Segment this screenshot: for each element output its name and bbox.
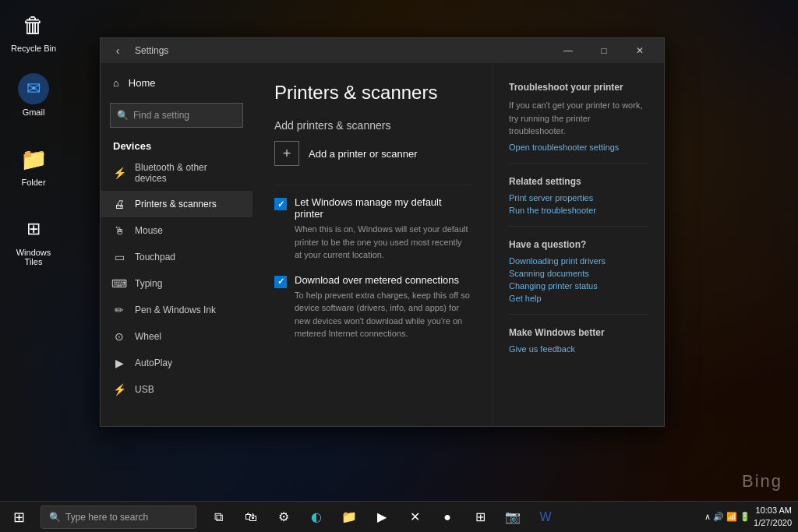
sidebar-item-bluetooth[interactable]: ⚡ Bluetooth & other devices <box>101 155 252 191</box>
word-icon[interactable]: W <box>530 502 561 533</box>
edge-icon[interactable]: ◐ <box>301 502 332 533</box>
checkbox-1-label: Let Windows manage my default printer <box>295 196 471 220</box>
checkbox-default-printer[interactable]: ✓ <box>274 198 287 210</box>
file-explorer-icon[interactable]: 📁 <box>334 502 365 533</box>
taskbar-right: ∧ 🔊 📶 🔋 10:03 AM 1/27/2020 <box>704 505 798 529</box>
wheel-icon: ⊙ <box>113 330 125 343</box>
taskbar-search-text: Type here to search <box>65 512 148 523</box>
sidebar-item-mouse[interactable]: 🖱 Mouse <box>101 217 252 244</box>
changing-printer-status-link[interactable]: Changing printer status <box>509 281 648 291</box>
sidebar-bluetooth-label: Bluetooth & other devices <box>135 162 240 184</box>
taskbar-system-icons: ∧ 🔊 📶 🔋 <box>704 512 750 522</box>
sidebar-item-touchpad[interactable]: ▭ Touchpad <box>101 244 252 270</box>
recycle-bin-icon: 🗑 <box>18 9 49 41</box>
clock-time: 10:03 AM <box>754 505 792 516</box>
sidebar-item-pen[interactable]: ✏ Pen & Windows Ink <box>101 297 252 323</box>
window-controls: — □ ✕ <box>550 38 658 63</box>
settings-window: ‹ Settings — □ ✕ ⌂ Home 🔍 Find a setting <box>100 37 665 427</box>
close-button[interactable]: ✕ <box>622 38 658 63</box>
clock-date: 1/27/2020 <box>754 517 792 529</box>
settings-icon[interactable]: ⚙ <box>268 502 299 533</box>
sidebar-item-wheel[interactable]: ⊙ Wheel <box>101 323 252 350</box>
gmail-label: Gmail <box>23 107 45 117</box>
window-content: ⌂ Home 🔍 Find a setting Devices ⚡ Blueto… <box>101 63 664 426</box>
taskbar-icons: ⧉ 🛍 ⚙ ◐ 📁 ▶ ✕ ● ⊞ 📷 W <box>203 502 561 533</box>
checkbox-2-label: Download over metered connections <box>295 274 471 286</box>
downloading-drivers-link[interactable]: Downloading print drivers <box>509 256 648 266</box>
sidebar-item-autoplay[interactable]: ▶ AutoPlay <box>101 350 252 376</box>
taskbar: ⊞ 🔍 Type here to search ⧉ 🛍 ⚙ ◐ 📁 ▶ ✕ ● … <box>0 501 798 532</box>
related-settings-title: Related settings <box>509 176 648 187</box>
have-question-title: Have a question? <box>509 239 648 250</box>
checkbox-item-1: ✓ Let Windows manage my default printer … <box>274 196 471 262</box>
autoplay-icon: ▶ <box>113 357 125 369</box>
typing-icon: ⌨ <box>113 277 125 290</box>
maximize-button[interactable]: □ <box>586 38 622 63</box>
add-printer-button[interactable]: + Add a printer or scanner <box>274 141 471 166</box>
terminal-icon[interactable]: ▶ <box>366 502 397 533</box>
search-icon: 🔍 <box>117 110 129 121</box>
get-help-link[interactable]: Get help <box>509 294 648 303</box>
start-button[interactable]: ⊞ <box>0 502 37 533</box>
spotify-icon[interactable]: ● <box>432 502 463 533</box>
taskbar-clock: 10:03 AM 1/27/2020 <box>754 505 792 529</box>
recycle-bin-label: Recycle Bin <box>11 44 56 53</box>
minimize-button[interactable]: — <box>550 38 586 63</box>
give-feedback-link[interactable]: Give us feedback <box>509 344 648 354</box>
sidebar-item-usb[interactable]: ⚡ USB <box>101 376 252 403</box>
printer-icon: 🖨 <box>113 198 125 210</box>
make-windows-better-title: Make Windows better <box>509 327 648 338</box>
checkbox-section: ✓ Let Windows manage my default printer … <box>274 196 471 340</box>
search-placeholder: Find a setting <box>133 110 189 121</box>
camera-icon[interactable]: 📷 <box>497 502 528 533</box>
sidebar-touchpad-label: Touchpad <box>135 252 175 262</box>
store-icon[interactable]: 🛍 <box>235 502 267 533</box>
title-bar: ‹ Settings — □ ✕ <box>101 38 664 63</box>
checkmark-2-icon: ✓ <box>277 277 284 287</box>
tiles-label: Windows Tiles <box>9 248 58 266</box>
sidebar-autoplay-label: AutoPlay <box>135 358 172 368</box>
page-title: Printers & scanners <box>274 82 471 104</box>
checkbox-metered[interactable]: ✓ <box>274 276 287 288</box>
run-troubleshooter-link[interactable]: Run the troubleshooter <box>509 206 648 215</box>
open-troubleshooter-link[interactable]: Open troubleshooter settings <box>509 143 648 152</box>
desktop-icon-gmail[interactable]: ✉ Gmail <box>6 70 61 120</box>
scanning-docs-link[interactable]: Scanning documents <box>509 269 648 278</box>
troubleshoot-title: Troubleshoot your printer <box>509 82 648 93</box>
add-printer-subtitle: Add printers & scanners <box>274 119 471 132</box>
desktop-icon-tiles[interactable]: ⊞ Windows Tiles <box>6 210 61 270</box>
task-view-button[interactable]: ⧉ <box>203 502 234 533</box>
window-title: Settings <box>135 45 168 56</box>
sidebar-pen-label: Pen & Windows Ink <box>135 305 216 315</box>
usb-icon: ⚡ <box>113 383 125 396</box>
sidebar: ⌂ Home 🔍 Find a setting Devices ⚡ Blueto… <box>101 63 252 426</box>
pen-icon: ✏ <box>113 304 125 316</box>
taskbar-search[interactable]: 🔍 Type here to search <box>41 506 196 529</box>
divider-right-2 <box>509 226 648 227</box>
folder-label: Folder <box>21 178 45 187</box>
desktop: 🗑 Recycle Bin ✉ Gmail 📁 Folder ⊞ Windows… <box>0 0 798 532</box>
add-printer-plus-icon: + <box>274 141 299 166</box>
sidebar-typing-label: Typing <box>135 278 162 289</box>
desktop-icon-recycle-bin[interactable]: 🗑 Recycle Bin <box>6 6 61 56</box>
bing-watermark: Bing <box>742 471 782 491</box>
desktop-icon-folder[interactable]: 📁 Folder <box>6 140 61 190</box>
divider-1 <box>274 185 471 185</box>
back-button[interactable]: ‹ <box>107 40 129 62</box>
sidebar-item-printers[interactable]: 🖨 Printers & scanners <box>101 191 252 217</box>
tiles-icon: ⊞ <box>18 213 49 245</box>
sidebar-section-devices: Devices <box>101 134 252 155</box>
remote-icon[interactable]: ⊞ <box>464 502 496 533</box>
sidebar-search-box[interactable]: 🔍 Find a setting <box>110 103 243 128</box>
sidebar-printers-label: Printers & scanners <box>135 199 217 210</box>
xbox-icon[interactable]: ✕ <box>399 502 430 533</box>
bluetooth-icon: ⚡ <box>113 167 125 179</box>
touchpad-icon: ▭ <box>113 251 125 263</box>
print-server-link[interactable]: Print server properties <box>509 193 648 203</box>
add-printer-button-label: Add a printer or scanner <box>309 148 417 160</box>
home-label: Home <box>129 77 156 89</box>
right-panel: Troubleshoot your printer If you can't g… <box>493 63 664 426</box>
sidebar-item-home[interactable]: ⌂ Home <box>101 69 252 97</box>
sidebar-item-typing[interactable]: ⌨ Typing <box>101 270 252 297</box>
folder-icon: 📁 <box>18 143 49 174</box>
